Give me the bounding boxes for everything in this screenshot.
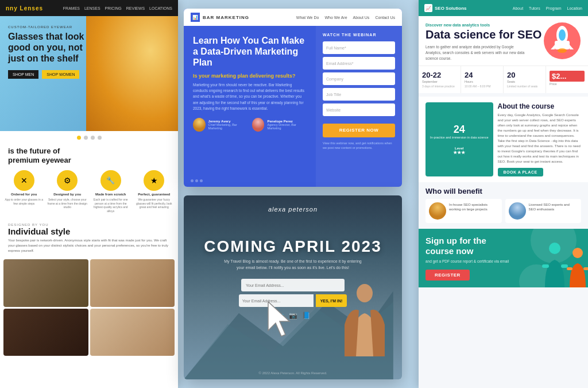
shop-men-button[interactable]: SHOP MEN xyxy=(8,70,38,79)
marketing-nav-what[interactable]: What We Do xyxy=(296,16,319,20)
eyewear-custom-label: CUSTOM-TAILORED EYEWEAR xyxy=(8,25,88,29)
coming-soon-title: COMING APRIL 2023 xyxy=(204,238,381,256)
dot-2[interactable] xyxy=(84,136,88,140)
eyewear-hero-image xyxy=(86,16,178,131)
eyewear-designed-title: Individual style xyxy=(8,226,170,236)
benefit-card-1: In-house SEO specialists working on larg… xyxy=(425,199,502,223)
marketing-nav-who[interactable]: Who We Are xyxy=(324,16,347,20)
coming-soon-footer: © 2022 Alexa Peterson. All Rights Reserv… xyxy=(184,371,402,375)
stat-hours-desc: 10:00 AM – 6:00 PM xyxy=(465,84,500,89)
register-now-button[interactable]: REGISTER NOW xyxy=(323,124,395,137)
person-card-4 xyxy=(90,309,175,356)
nav-pricing[interactable]: PRICING xyxy=(105,6,122,10)
field-email[interactable]: Email Address* xyxy=(323,57,395,70)
host-jeremy-avatar xyxy=(193,118,206,132)
svg-rect-15 xyxy=(567,267,572,270)
nav-lenses[interactable]: LENSES xyxy=(84,6,100,10)
marketing-body: Learn How You Can Make a Data-Driven Mar… xyxy=(184,26,402,187)
svg-point-11 xyxy=(549,243,560,254)
coming-soon-background: alexa peterson COMING APRIL 2023 My Trav… xyxy=(184,195,402,379)
mkt-dot-3 xyxy=(200,179,203,182)
coming-soon-email-input[interactable] xyxy=(241,279,345,291)
feature-ordered-label: Ordered for you xyxy=(11,193,37,196)
seo-nav-links: About Tutors Program Location xyxy=(513,6,582,10)
stat-hours-number: 24 xyxy=(465,71,500,79)
field-fullname[interactable]: Full Name* xyxy=(323,41,395,54)
dot-1[interactable] xyxy=(77,136,81,140)
seo-nav-tutors[interactable]: Tutors xyxy=(529,6,540,10)
shop-women-button[interactable]: SHOP WOMEN xyxy=(42,70,79,79)
seo-about-hours: 24 xyxy=(454,124,465,136)
field-jobtitle[interactable]: Job Title xyxy=(323,88,395,101)
yes-im-in-button[interactable]: YES, I'M IN! xyxy=(316,294,347,307)
instagram-icon[interactable]: 📷 xyxy=(289,312,297,320)
field-fullname-placeholder: Full Name* xyxy=(326,46,346,50)
center-bottom-panel: alexa peterson COMING APRIL 2023 My Trav… xyxy=(184,195,402,379)
stat-price-label: Price xyxy=(550,82,585,86)
facebook-icon[interactable]: 📘 xyxy=(302,312,311,320)
mkt-dot-2 xyxy=(195,179,198,182)
stat-seats-desc: Limited number of seats xyxy=(507,84,542,89)
marketing-nav-about[interactable]: About Us xyxy=(353,16,370,20)
seo-signup-title: Sign up for the course now xyxy=(425,236,512,256)
marketing-left-content: Learn How You Can Make a Data-Driven Mar… xyxy=(184,26,316,187)
twitter-icon[interactable]: 🐦 xyxy=(276,312,284,320)
feature-perfect-label: Perfect, guaranteed xyxy=(138,193,170,196)
stat-hours: 24 Hours 10:00 AM – 6:00 PM xyxy=(461,66,504,93)
feature-scratch-desc: Each pair is crafted for one person at a… xyxy=(90,198,131,213)
seo-register-button[interactable]: REGISTER xyxy=(425,270,470,281)
feature-perfect-icon: ★ xyxy=(144,170,164,191)
host-jeremy-info: Jeremy Avery Chief Marketing, Bar Market… xyxy=(208,120,247,130)
host-jeremy-title: Chief Marketing, Bar Marketing xyxy=(208,123,247,130)
host-jeremy: Jeremy Avery Chief Marketing, Bar Market… xyxy=(193,118,247,132)
nav-frames[interactable]: FRAMES xyxy=(63,6,80,10)
field-website-placeholder: Website xyxy=(326,108,341,112)
marketing-nav-contact[interactable]: Contact Us xyxy=(375,16,395,20)
seo-logo-icon: 📈 xyxy=(424,4,432,12)
seo-hero: Discover new data analytics tools Data s… xyxy=(419,16,588,66)
nav-locations[interactable]: LOCATIONS xyxy=(149,6,172,10)
benefit-card-2: Licensed SEO experts and SEO enthusiasts xyxy=(505,199,582,223)
carousel-dots xyxy=(0,131,178,144)
stat-hours-label: Hours xyxy=(465,80,500,83)
dot-4[interactable] xyxy=(98,136,102,140)
marketing-logo-icon: 📊 xyxy=(191,13,200,22)
marketing-decoration-dots xyxy=(191,179,203,182)
mkt-dot-1 xyxy=(191,179,194,182)
dot-3[interactable] xyxy=(91,136,95,140)
seo-nav-about[interactable]: About xyxy=(513,6,523,10)
marketing-nav-links: What We Do Who We Are About Us Contact U… xyxy=(296,16,395,20)
marketing-question: Is your marketing plan delivering result… xyxy=(193,73,307,79)
stat-seats-label: Seats xyxy=(507,80,542,83)
benefit-text-1: In-house SEO specialists working on larg… xyxy=(449,202,498,212)
who-benefit-title: Who will benefit xyxy=(425,187,581,195)
svg-point-6 xyxy=(559,29,566,41)
svg-point-14 xyxy=(572,248,583,258)
center-top-panel: 📊 BAR MARKETING What We Do Who We Are Ab… xyxy=(184,9,402,187)
field-website[interactable]: Website xyxy=(323,103,395,116)
field-company[interactable]: Company xyxy=(323,72,395,85)
seo-nav-location[interactable]: Location xyxy=(567,6,582,10)
stat-price-value: $2... xyxy=(550,71,585,82)
marketing-logo-text: BAR MARKETING xyxy=(203,15,249,20)
coming-soon-subscribe-input[interactable] xyxy=(239,294,314,307)
webinar-label: WATCH THE WEBINAR xyxy=(323,33,395,37)
seo-nav-program[interactable]: Program xyxy=(546,6,562,10)
eyewear-people-grid xyxy=(0,256,178,359)
eyewear-hero: CUSTOM-TAILORED EYEWEAR Glasses that loo… xyxy=(0,16,178,131)
seo-who-benefit: Who will benefit In-house SEO specialist… xyxy=(419,182,588,225)
feature-ordered-desc: App to order your glasses in a few simpl… xyxy=(3,198,45,205)
seo-logo: 📈 SEO Solutions xyxy=(424,4,467,12)
eyewear-hero-text: CUSTOM-TAILORED EYEWEAR Glasses that loo… xyxy=(8,25,88,79)
book-place-button[interactable]: BOOK A PLACE xyxy=(498,168,543,176)
nav-reviews[interactable]: REVIEWS xyxy=(126,6,145,10)
seo-about-hours-label: In-practice and immersion in data scienc… xyxy=(430,136,489,140)
seo-navbar: 📈 SEO Solutions About Tutors Program Loc… xyxy=(419,0,588,16)
feature-perfect-desc: We guarantee your fuzzy glasses will fit… xyxy=(134,198,175,209)
author-name: alexa peterson xyxy=(184,206,402,213)
coming-soon-content: COMING APRIL 2023 My Travel Blog is almo… xyxy=(204,238,381,275)
eyewear-hero-title: Glasses that look good on you, not just … xyxy=(8,31,88,64)
eyewear-logo: nny Lenses xyxy=(6,5,43,11)
host-penelope-avatar xyxy=(252,118,265,132)
seo-about-right-panel: About the course Every day, Google Analy… xyxy=(498,102,582,176)
